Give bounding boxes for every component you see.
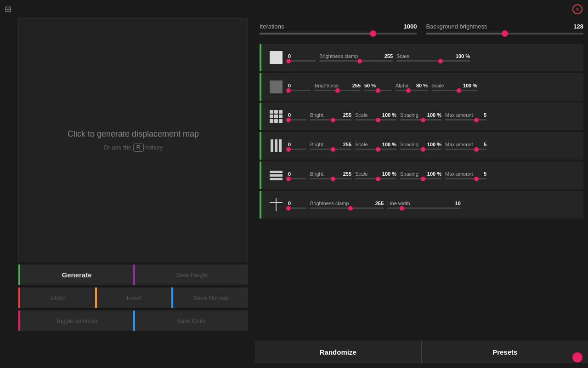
record-icon[interactable] [572, 352, 582, 362]
l4-min-track[interactable] [288, 149, 306, 150]
l4-scale-label: Scale [355, 142, 368, 147]
l5-min-thumb[interactable] [286, 177, 291, 181]
l1-bright-label: Brightness clamp [319, 53, 358, 59]
l5-max-thumb[interactable] [474, 177, 479, 181]
l1-bright-track[interactable] [319, 60, 393, 62]
toggle-colorizer-half: Toggle colorizer [18, 310, 133, 331]
l4-spacing-track[interactable] [400, 149, 441, 150]
l3-bright-track[interactable] [310, 119, 351, 121]
btn-row-3: Toggle colorizer Save Color [18, 310, 248, 331]
l3-scale-track[interactable] [355, 119, 396, 121]
l3-min-thumb[interactable] [286, 118, 291, 122]
l3-max-thumb[interactable] [474, 118, 479, 122]
l4-scale-track[interactable] [355, 149, 396, 150]
l2-min-track[interactable] [288, 90, 311, 91]
l3-max-group: Max amount 5 [445, 112, 486, 121]
l4-min-thumb[interactable] [286, 147, 291, 152]
grid-pattern-icon [270, 110, 283, 123]
layer-4-accent [260, 132, 261, 160]
action-buttons: Randomize Presets [255, 340, 588, 363]
l2-scale-track[interactable] [431, 90, 477, 91]
l4-bright-group: Bright. 255 [310, 142, 351, 150]
l4-bright-track[interactable] [310, 149, 351, 150]
l1-bright-group: Brightness clamp 255 [319, 53, 393, 62]
l1-min-thumb[interactable] [286, 59, 291, 63]
l4-scale-thumb[interactable] [376, 147, 380, 152]
l1-scale-val: 100 % [456, 53, 470, 59]
iterations-thumb[interactable] [370, 30, 376, 37]
generate-button[interactable]: Generate [20, 264, 133, 285]
bg-brightness-thumb[interactable] [502, 30, 508, 37]
l3-spacing-label: Spacing [400, 112, 418, 118]
l1-min-val: 0 [288, 53, 291, 59]
l5-min-track[interactable] [288, 178, 306, 179]
l3-min-track[interactable] [288, 119, 306, 121]
undo-button[interactable]: Undo [20, 288, 95, 308]
l1-scale-track[interactable] [396, 60, 470, 62]
save-height-half: Save Height [133, 264, 248, 285]
l1-bright-val: 255 [384, 53, 393, 59]
presets-button[interactable]: Presets [422, 340, 588, 363]
l6-bright-track[interactable] [310, 207, 384, 209]
l5-spacing-track[interactable] [400, 178, 441, 179]
l2-scale-val: 100 % [463, 83, 477, 88]
l5-bright-thumb[interactable] [331, 177, 335, 181]
save-normal-button[interactable]: Save Normal [173, 288, 248, 308]
randomize-button[interactable]: Randomize [255, 340, 421, 363]
save-height-button[interactable]: Save Height [135, 264, 248, 285]
l1-scale-group: Scale 100 % [396, 53, 470, 62]
l6-linewidth-group: Line width 10 [387, 201, 461, 209]
bg-brightness-label: Background brightness [426, 23, 487, 30]
canvas-area[interactable]: Click to generate displacement map Or us… [18, 18, 248, 262]
l3-spacing-group: Spacing 100 % [400, 112, 441, 121]
save-color-button[interactable]: Save Color [135, 310, 248, 331]
l4-bright-thumb[interactable] [331, 147, 335, 152]
bg-brightness-group: Background brightness 128 [426, 23, 584, 34]
invert-button[interactable]: Invert [97, 288, 172, 308]
l5-scale-track[interactable] [355, 178, 396, 179]
l6-linewidth-thumb[interactable] [400, 206, 404, 211]
bg-brightness-track[interactable] [426, 33, 584, 34]
l2-scale-thumb[interactable] [457, 88, 461, 93]
close-icon[interactable]: × [572, 4, 582, 14]
l2-min-val: 0 [288, 83, 291, 88]
l2-50-track[interactable] [364, 90, 392, 91]
l2-bright-thumb[interactable] [335, 88, 340, 93]
layer-3-icon [268, 108, 284, 125]
l1-scale-thumb[interactable] [438, 59, 443, 63]
l3-max-track[interactable] [445, 119, 486, 121]
l2-bright-track[interactable] [315, 90, 361, 91]
l1-bright-thumb[interactable] [357, 59, 362, 63]
l6-min-thumb[interactable] [286, 206, 291, 211]
l5-scale-val: 100 % [382, 171, 396, 177]
iterations-fill [260, 33, 373, 34]
l6-min-track[interactable] [288, 207, 306, 209]
l2-min-thumb[interactable] [286, 88, 291, 93]
grid-icon[interactable]: ⊞ [5, 4, 11, 14]
l5-max-track[interactable] [445, 178, 486, 179]
l2-50-thumb[interactable] [376, 88, 380, 93]
l4-max-thumb[interactable] [474, 147, 479, 152]
l5-scale-thumb[interactable] [376, 177, 380, 181]
l1-min-track[interactable] [288, 60, 316, 62]
l2-alpha-thumb[interactable] [406, 88, 411, 93]
l2-alpha-track[interactable] [396, 90, 428, 91]
l4-spacing-thumb[interactable] [421, 147, 425, 152]
l3-bright-thumb[interactable] [331, 118, 335, 122]
l5-bright-track[interactable] [310, 178, 351, 179]
l5-min-val: 0 [288, 171, 291, 177]
l3-spacing-thumb[interactable] [421, 118, 425, 122]
toggle-colorizer-button[interactable]: Toggle colorizer [20, 310, 133, 331]
l5-spacing-thumb[interactable] [421, 177, 425, 181]
l5-max-val: 5 [484, 171, 486, 177]
l6-bright-thumb[interactable] [348, 206, 353, 211]
l3-scale-thumb[interactable] [376, 118, 380, 122]
iterations-track[interactable] [260, 33, 417, 34]
l4-scale-val: 100 % [382, 142, 396, 147]
l4-spacing-label: Spacing [400, 142, 418, 147]
undo-half: Undo [18, 288, 95, 308]
l3-spacing-track[interactable] [400, 119, 441, 121]
l4-max-track[interactable] [445, 149, 486, 150]
l6-linewidth-track[interactable] [387, 207, 461, 209]
l4-spacing-group: Spacing 100 % [400, 142, 441, 150]
